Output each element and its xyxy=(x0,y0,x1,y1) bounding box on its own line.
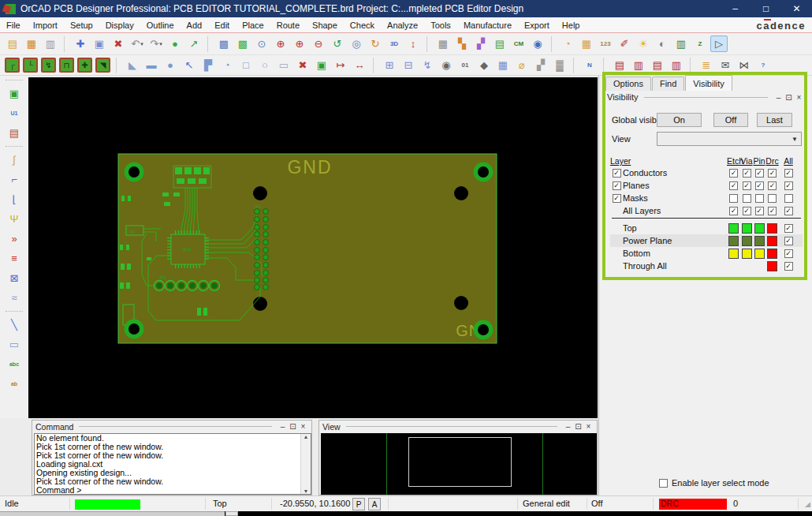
zoom-points-icon[interactable]: ⊙ xyxy=(253,36,270,52)
power-plane-pin-swatch[interactable] xyxy=(754,236,765,246)
conductors-drc-checkbox[interactable] xyxy=(768,169,777,178)
ncdrill-icon[interactable]: ⌀ xyxy=(513,57,531,73)
shape-circular-icon[interactable]: ● xyxy=(162,57,179,73)
all layers-drc-checkbox[interactable] xyxy=(768,207,777,215)
view-minimap[interactable] xyxy=(321,433,597,495)
command-log[interactable]: No element found.Pick 1st corner of the … xyxy=(34,433,311,495)
add-rect-icon[interactable]: ▭ xyxy=(5,335,24,353)
shape-rectangular-icon[interactable]: ▬ xyxy=(143,57,160,73)
conductors-pin-checkbox[interactable] xyxy=(755,169,764,178)
planes-drc-checkbox[interactable] xyxy=(768,181,777,190)
pad-array-icon[interactable]: ▞ xyxy=(532,57,549,73)
menu-import[interactable]: Import xyxy=(27,18,64,32)
power-plane-etch-swatch[interactable] xyxy=(728,236,739,246)
show-element-icon[interactable]: ▣ xyxy=(5,84,24,103)
dehilight-icon[interactable]: ✐ xyxy=(616,36,633,52)
undo-icon[interactable]: ↶▾ xyxy=(129,36,146,52)
copper-pour-icon[interactable]: ≈ xyxy=(5,289,24,307)
design-canvas[interactable]: GND GND IC1 U1 xyxy=(28,77,598,418)
shade-plots-icon[interactable]: ◐ xyxy=(654,36,671,52)
pane-minimize-icon[interactable]: – xyxy=(773,93,784,102)
view-grip[interactable] xyxy=(346,426,557,427)
shape-rect-outline-icon[interactable]: □ xyxy=(237,57,255,73)
menu-analyze[interactable]: Analyze xyxy=(381,18,424,32)
testprep-icon[interactable]: ↯ xyxy=(419,57,436,73)
zoom-in-icon[interactable]: ⊕ xyxy=(291,36,308,52)
world-view-icon[interactable]: ◉ xyxy=(529,36,546,52)
global-visibility-off-button[interactable]: Off xyxy=(713,113,748,127)
fanout-icon[interactable]: Ψ xyxy=(5,210,24,228)
top-via-swatch[interactable] xyxy=(742,223,752,234)
custom-smooth-icon[interactable]: ⊓ xyxy=(59,58,74,73)
through-all-drc-swatch[interactable] xyxy=(767,261,777,271)
scroll-up-icon[interactable]: ▲ xyxy=(304,434,309,439)
zoom-fit-icon[interactable]: ▩ xyxy=(215,36,233,52)
top-etch-swatch[interactable] xyxy=(728,223,739,234)
convert-corner-icon[interactable]: ◥ xyxy=(95,58,110,73)
tab-options[interactable]: Options xyxy=(605,77,651,91)
add-text-icon[interactable]: abc xyxy=(5,355,24,373)
global-visibility-on-button[interactable]: On xyxy=(657,113,702,127)
tab-visibility[interactable]: Visibility xyxy=(685,75,732,91)
planes-checkbox[interactable] xyxy=(613,181,621,190)
shape-edit-boundary-icon[interactable]: ▛ xyxy=(199,57,217,73)
help-icon[interactable]: ? xyxy=(754,57,772,73)
cross-copy-icon[interactable]: ≣ xyxy=(698,57,715,73)
place-component-icon[interactable]: U1 xyxy=(5,104,24,122)
label-tune-icon[interactable]: ◆ xyxy=(475,57,493,73)
minimap-viewport-rect[interactable] xyxy=(408,437,512,487)
pin-icon[interactable]: ↗ xyxy=(185,36,203,52)
film-record-icon[interactable]: ⋈ xyxy=(736,57,753,73)
redraw-icon[interactable]: ↻ xyxy=(367,36,384,52)
menu-edit[interactable]: Edit xyxy=(208,18,236,32)
bottom-all-checkbox[interactable] xyxy=(784,249,793,258)
command-float-icon[interactable]: ⊡ xyxy=(288,422,298,431)
shadow-mode-icon[interactable]: ▤ xyxy=(491,36,508,52)
conductors-via-checkbox[interactable] xyxy=(743,169,751,178)
drc-report-icon[interactable]: ▥ xyxy=(630,57,647,73)
zoom-out-icon[interactable]: ⊖ xyxy=(310,36,327,52)
view-dropdown[interactable]: ▼ xyxy=(657,132,802,146)
all layers-pin-checkbox[interactable] xyxy=(755,207,764,215)
dimension-horizontal-icon[interactable]: ↔ xyxy=(351,57,368,73)
refresh-symbol-icon[interactable]: ⊟ xyxy=(400,57,417,73)
bottom-scrollbar-track[interactable] xyxy=(0,511,225,516)
bottom-via-swatch[interactable] xyxy=(742,249,752,259)
top-pin-swatch[interactable] xyxy=(754,223,765,234)
route-slide-icon[interactable]: ⌊ xyxy=(5,190,24,208)
film-report-icon[interactable]: ▤ xyxy=(649,57,666,73)
shape-circle-outline-icon[interactable]: ○ xyxy=(256,57,274,73)
top-all-checkbox[interactable] xyxy=(784,224,793,233)
spread-pins-icon[interactable]: ≡ xyxy=(5,249,24,267)
power-plane-all-checkbox[interactable] xyxy=(784,237,793,245)
shape-dashed-icon[interactable]: ▭ xyxy=(275,57,292,73)
delete-islands-icon[interactable]: ✖ xyxy=(294,57,311,73)
grid-toggle-icon[interactable]: ▦ xyxy=(434,36,452,52)
redo-icon[interactable]: ↷▾ xyxy=(147,36,165,52)
through-all-all-checkbox[interactable] xyxy=(784,262,793,271)
minimize-button[interactable]: – xyxy=(720,0,751,17)
scroll-down-icon[interactable]: ▼ xyxy=(304,488,309,494)
constraint-modes-icon[interactable]: CM xyxy=(510,36,527,52)
new-file-icon[interactable]: ▤ xyxy=(4,36,21,52)
menu-setup[interactable]: Setup xyxy=(64,18,99,32)
zoom-world-icon[interactable]: ◎ xyxy=(348,36,365,52)
spread-lines-icon[interactable]: » xyxy=(5,230,24,248)
via-array-icon[interactable]: ⊠ xyxy=(5,269,24,287)
color-dialog-icon[interactable]: ▚ xyxy=(453,36,471,52)
command-scrollbar[interactable]: ▲ ▼ xyxy=(300,434,311,494)
menu-place[interactable]: Place xyxy=(236,18,270,32)
menu-tools[interactable]: Tools xyxy=(424,18,457,32)
masks-via-checkbox[interactable] xyxy=(743,194,751,203)
drill-legend-icon[interactable]: ▦ xyxy=(494,57,512,73)
place-module-icon[interactable]: ▤ xyxy=(5,124,24,142)
delete-icon[interactable]: ✖ xyxy=(110,36,127,52)
color-priority-icon[interactable]: ▞ xyxy=(472,36,490,52)
view-float-icon[interactable]: ⊡ xyxy=(573,422,583,431)
menu-manufacture[interactable]: Manufacture xyxy=(457,18,518,32)
report-icon[interactable]: ▤ xyxy=(611,57,628,73)
status-hourglass-icon[interactable]: Z xyxy=(691,36,709,52)
flip-design-icon[interactable]: ↕ xyxy=(404,36,422,52)
menu-export[interactable]: Export xyxy=(518,18,556,32)
bottom-drc-swatch[interactable] xyxy=(767,249,777,259)
